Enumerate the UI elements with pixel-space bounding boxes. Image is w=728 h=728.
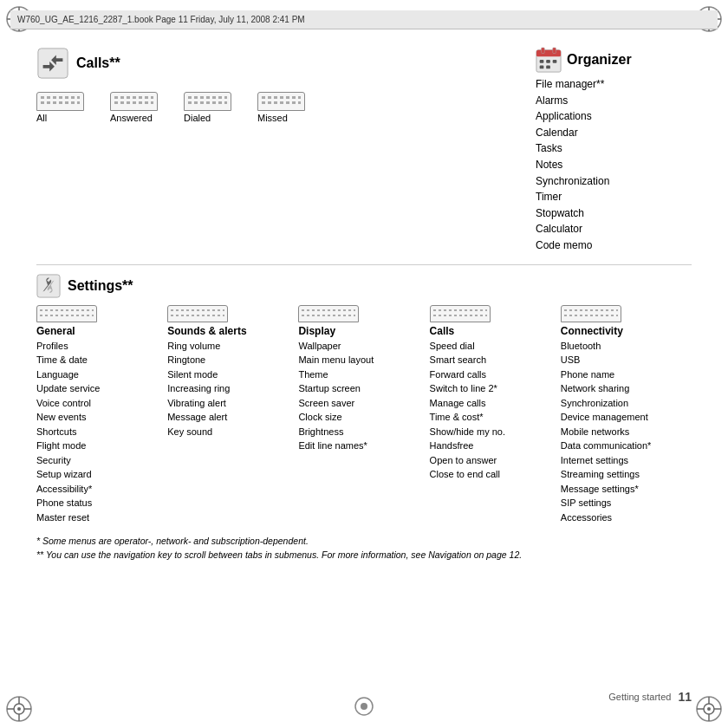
svg-rect-31: [542, 48, 545, 54]
list-item: Internet settings: [561, 453, 686, 468]
organizer-item-8: Stopwatch: [536, 205, 692, 222]
settings-icon: [36, 274, 61, 298]
list-item: Startup screen: [298, 381, 424, 396]
col-list-calls: Speed dial Smart search Forward calls Sw…: [430, 339, 556, 482]
section-divider: [36, 264, 692, 265]
header-text: W760_UG_AE_1216_2287_1.book Page 11 Frid…: [17, 15, 305, 24]
svg-rect-34: [546, 60, 550, 63]
main-content: Calls** All Answered Dialed: [10, 29, 718, 718]
svg-rect-33: [540, 60, 544, 63]
col-title-calls: Calls: [430, 325, 556, 337]
tab-label-all: All: [36, 113, 47, 123]
page-section: Getting started: [608, 692, 671, 702]
list-item: Open to answer: [430, 453, 556, 468]
organizer-item-3: Calendar: [536, 125, 692, 141]
list-item: Flight mode: [36, 439, 162, 453]
organizer-section: Organizer File manager** Alarms Applicat…: [518, 47, 692, 254]
list-item: Increasing ring: [167, 381, 293, 396]
list-item: Security: [36, 453, 162, 468]
organizer-item-6: Synchronization: [536, 173, 692, 190]
list-item: Key sound: [167, 425, 293, 439]
calls-tabs: All Answered Dialed Missed: [36, 92, 305, 123]
settings-col-calls: Calls Speed dial Smart search Forward ca…: [430, 305, 561, 525]
col-list-display: Wallpaper Main menu layout Theme Startup…: [298, 339, 424, 453]
list-item: SIP settings: [561, 496, 686, 510]
tab-label-missed: Missed: [257, 113, 288, 123]
list-item: Synchronization: [561, 396, 686, 411]
tab-missed: Missed: [257, 92, 305, 123]
list-item: Mobile networks: [561, 425, 686, 439]
list-item: Network sharing: [561, 381, 686, 396]
organizer-item-2: Applications: [536, 108, 692, 125]
organizer-item-10: Code memo: [536, 237, 692, 254]
list-item: Setup wizard: [36, 467, 162, 482]
organizer-item-0: File manager**: [536, 76, 692, 93]
settings-col-sounds: Sounds & alerts Ring volume Ringtone Sil…: [167, 305, 298, 525]
page-number: 11: [678, 690, 692, 704]
list-item: Bluetooth: [561, 339, 686, 354]
svg-point-40: [361, 703, 367, 710]
footer-note2: ** You can use the navigation key to scr…: [36, 549, 692, 562]
calls-header: Calls**: [36, 47, 120, 80]
tab-label-dialed: Dialed: [184, 113, 211, 123]
organizer-icon: [536, 47, 562, 73]
settings-col-display: Display Wallpaper Main menu layout Theme…: [298, 305, 429, 525]
col-header-graphic-connectivity: [561, 305, 621, 322]
list-item: Brightness: [298, 425, 424, 439]
organizer-header: Organizer: [536, 47, 692, 73]
list-item: Forward calls: [430, 367, 556, 382]
footer-notes: * Some menus are operator-, network- and…: [36, 535, 692, 562]
col-header-graphic-calls: [430, 305, 491, 322]
list-item: Wallpaper: [298, 339, 424, 354]
list-item: USB: [561, 353, 686, 367]
organizer-item-9: Calculator: [536, 221, 692, 237]
list-item: Time & date: [36, 353, 162, 367]
col-title-sounds: Sounds & alerts: [167, 325, 293, 337]
footer-note1: * Some menus are operator-, network- and…: [36, 535, 692, 549]
list-item: Smart search: [430, 353, 556, 367]
organizer-item-1: Alarms: [536, 93, 692, 109]
tab-answered: Answered: [110, 92, 158, 123]
calls-section: Calls** All Answered Dialed: [36, 47, 518, 123]
list-item: Streaming settings: [561, 467, 686, 482]
header-bar: W760_UG_AE_1216_2287_1.book Page 11 Frid…: [10, 10, 718, 29]
list-item: Shortcuts: [36, 425, 162, 439]
settings-columns: General Profiles Time & date Language Up…: [36, 305, 692, 525]
settings-title: Settings**: [68, 278, 133, 294]
list-item: Message settings*: [561, 482, 686, 497]
calls-title: Calls**: [76, 55, 120, 71]
col-title-connectivity: Connectivity: [561, 325, 686, 337]
list-item: Manage calls: [430, 396, 556, 411]
organizer-list: File manager** Alarms Applications Calen…: [536, 76, 692, 254]
tab-graphic-all: [36, 92, 84, 111]
col-header-graphic-sounds: [167, 305, 228, 322]
list-item: Update service: [36, 381, 162, 396]
list-item: Master reset: [36, 510, 162, 525]
list-item: Vibrating alert: [167, 396, 293, 411]
tab-dialed: Dialed: [184, 92, 231, 123]
page-info: Getting started 11: [608, 690, 692, 704]
settings-section: Settings** General Profiles Time & date …: [36, 274, 692, 562]
list-item: Phone name: [561, 367, 686, 382]
tab-graphic-dialed: [184, 92, 231, 111]
list-item: Data communication*: [561, 439, 686, 453]
organizer-item-4: Tasks: [536, 140, 692, 157]
list-item: Profiles: [36, 339, 162, 354]
list-item: Ring volume: [167, 339, 293, 354]
list-item: Show/hide my no.: [430, 425, 556, 439]
col-list-sounds: Ring volume Ringtone Silent mode Increas…: [167, 339, 293, 439]
list-item: Accessories: [561, 510, 686, 525]
tab-all: All: [36, 92, 84, 123]
organizer-item-7: Timer: [536, 189, 692, 205]
list-item: Time & cost*: [430, 410, 556, 425]
settings-header: Settings**: [36, 274, 692, 298]
bottom-center-decoration: [354, 696, 374, 719]
svg-rect-37: [546, 66, 550, 69]
list-item: New events: [36, 410, 162, 425]
list-item: Screen saver: [298, 396, 424, 411]
col-header-graphic-display: [298, 305, 359, 322]
list-item: Main menu layout: [298, 353, 424, 367]
col-list-general: Profiles Time & date Language Update ser…: [36, 339, 162, 525]
col-title-general: General: [36, 325, 162, 337]
list-item: Device management: [561, 410, 686, 425]
